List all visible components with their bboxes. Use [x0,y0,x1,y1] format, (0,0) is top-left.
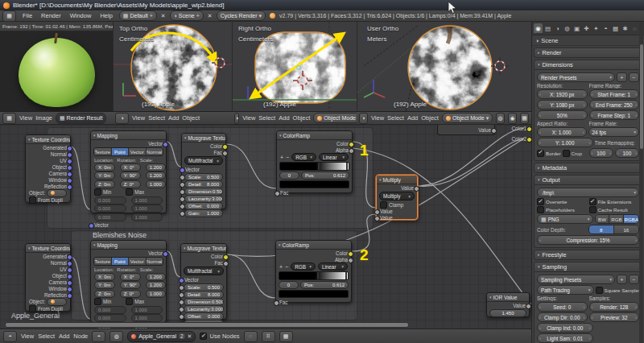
viewport-top[interactable]: Top Ortho Centimeters (192) Apple [113,22,233,111]
bw-button[interactable]: BW [596,215,610,223]
min-checkbox[interactable] [94,298,101,305]
type-texture[interactable]: Texture [94,148,112,155]
from-dupli-checkbox[interactable] [29,196,36,204]
frame-rate-dropdown[interactable]: 24 fps [588,127,640,137]
menu-render[interactable]: Render [39,12,64,19]
node-mapping-2[interactable]: ▾Mapping Vector Texture Point Vector Nor… [90,240,167,323]
color-output-socket[interactable] [348,251,353,257]
viewport-editor-type-icon[interactable]: ◑ [359,113,368,124]
output-socket-window[interactable] [67,287,72,292]
resolution-percentage-field[interactable]: 50% [537,110,588,120]
max-x[interactable]: 1.000 [131,196,163,205]
tab-material[interactable]: ◓ [601,23,610,33]
vp-menu-view[interactable]: View [242,114,255,122]
vp-menu-add[interactable]: Add [279,114,289,122]
resolution-y-field[interactable]: Y: 1080 px [537,100,588,110]
rot-z[interactable]: Z: 0° [120,180,141,188]
vp-menu-view[interactable]: View [132,114,145,122]
color-mode-dropdown[interactable]: RGB▾ [291,153,316,161]
vp-menu-object[interactable]: Object [182,114,200,122]
image-menu-view[interactable]: View [19,114,32,122]
stop-position-field[interactable]: Pos:0.612 [300,281,349,289]
vector-output-socket[interactable] [163,142,168,147]
ne-menu-node[interactable]: Node [73,333,88,340]
math-operation-dropdown[interactable]: Multiply▾ [379,192,415,200]
max-y[interactable]: 1.000 [131,205,163,213]
compression-slider[interactable]: Compression: 15% [537,235,639,245]
output-socket-window[interactable] [67,178,72,184]
interpolation-dropdown[interactable]: Linear▾ [318,262,348,271]
preset-remove-button[interactable]: − [629,72,639,82]
vp-menu-select[interactable]: Select [387,114,404,122]
from-dupli-checkbox[interactable] [29,305,36,312]
min-checkbox[interactable] [94,188,101,196]
vp-menu-add[interactable]: Add [168,114,179,122]
delete-stop-icon[interactable]: − [285,264,288,270]
max-checkbox[interactable] [126,298,133,305]
value1-input-socket[interactable] [374,209,380,215]
tab-physics[interactable]: ◌ [630,23,639,33]
ramp-handle[interactable] [346,163,348,170]
tab-scene[interactable]: ◑ [553,23,562,33]
aspect-y-field[interactable]: Y: 1.000 [537,138,593,147]
section-sampling[interactable]: ▾Sampling [534,262,642,272]
section-render[interactable]: ▸Render [534,48,642,58]
section-output[interactable]: ▾Output [534,175,642,185]
min-x[interactable]: 0.000 [94,196,126,205]
ior-value-field[interactable]: 1.450 [489,309,526,317]
output-path-field[interactable]: /tmp\ [537,188,639,197]
gain-field[interactable]: Gain:1.000 [184,209,223,217]
value-output-socket[interactable] [526,304,531,309]
scale-z[interactable]: 1.000 [146,180,166,188]
node-musgrave-1[interactable]: ▾Musgrave Texture Color Fac Multifractal… [181,133,226,209]
stop-color-swatch[interactable] [279,290,349,298]
output-socket-camera[interactable] [67,280,72,286]
min-y[interactable]: 0.000 [94,205,126,213]
clamp-indirect-field[interactable]: Clamp Ind: 0.00 [537,323,593,333]
section-metadata[interactable]: ▸Metadata [534,163,642,173]
type-normal[interactable]: Normal [147,148,163,155]
viewport-editor-type-icon[interactable]: ◑ [234,113,239,124]
output-socket-object[interactable] [67,274,72,279]
sampling-preset-remove-button[interactable]: − [629,275,639,284]
crop-checkbox[interactable] [563,150,570,157]
use-nodes-checkbox[interactable] [200,333,207,340]
section-dimensions[interactable]: ▾Dimensions [534,60,642,70]
node-editor-hscrollbar[interactable] [5,322,409,328]
vp-menu-select[interactable]: Select [148,114,165,122]
tab-render[interactable]: ◉ [534,23,543,33]
layout-close-icon[interactable]: ✕ [161,13,166,19]
color-ramp-gradient[interactable] [279,162,349,171]
output-socket-camera[interactable] [67,172,72,177]
stop-index-field[interactable]: 0 [279,172,299,180]
pivot-point-icon[interactable]: ◉ [508,113,517,124]
window-titlebar[interactable]: Blender* [D:\Documents\My Blender\Assets… [0,0,644,10]
screen-layout-selector[interactable]: ▦ Default + [119,10,157,21]
vp-menu-add[interactable]: Add [407,114,418,122]
material-datablock[interactable]: Apple_General 2 ✕ [127,331,196,342]
viewport-shading-icon[interactable]: ◍ [496,113,505,124]
object-eyedropper-field[interactable] [47,298,67,306]
image-editor-type-icon[interactable]: ▦ [2,113,16,124]
menu-file[interactable]: File [20,12,35,19]
type-vector[interactable]: Vector [129,148,147,155]
image-editor[interactable]: Frame: 192 | Time: 01:02.46 | Mem: 135.8… [0,22,113,111]
preset-add-button[interactable]: + [617,72,627,82]
loc-z[interactable]: Z: 0m [94,290,115,298]
output-socket-uv[interactable] [67,267,72,273]
fac-input-socket[interactable] [275,191,280,196]
node-editor-type-icon[interactable]: ◓ [3,331,17,342]
use-nodes-toggle[interactable]: Use Nodes [200,333,239,340]
seed-field[interactable]: Seed: 0 [537,302,588,312]
layers-icon[interactable]: ▦ [520,113,529,124]
viewport-right[interactable]: Right Ortho Centimeters (192) Apple [232,22,357,111]
render-presets-dropdown[interactable]: Render Presets [537,72,615,82]
unlink-material-icon[interactable]: ✕ [188,333,192,339]
max-x[interactable]: 1.000 [131,306,163,314]
scene-selector[interactable]: ◑ Scene + [170,10,204,21]
stop-color-swatch[interactable] [279,180,349,188]
integrator-dropdown[interactable]: Path Tracing [537,285,594,295]
rot-x[interactable]: X: 0° [120,163,141,172]
scale-y[interactable]: 1.200 [146,172,166,180]
add-stop-icon[interactable]: + [280,155,283,160]
